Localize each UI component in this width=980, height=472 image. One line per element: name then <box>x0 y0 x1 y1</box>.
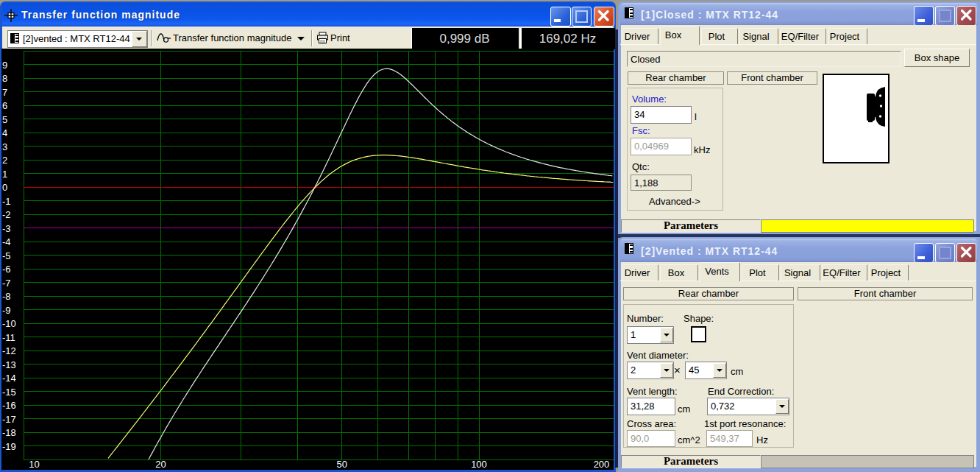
svg-text:8: 8 <box>2 73 7 84</box>
svg-text:6: 6 <box>2 100 7 111</box>
svg-text:-16: -16 <box>2 400 16 411</box>
svg-text:-1: -1 <box>2 196 11 207</box>
svg-text:-5: -5 <box>2 250 11 261</box>
svg-text:3: 3 <box>2 141 7 152</box>
svg-text:-13: -13 <box>2 359 16 370</box>
svg-text:-14: -14 <box>2 373 16 384</box>
svg-text:9: 9 <box>2 60 7 71</box>
svg-text:-9: -9 <box>2 305 11 316</box>
svg-text:-7: -7 <box>2 278 11 289</box>
svg-text:-10: -10 <box>2 318 16 329</box>
svg-text:-12: -12 <box>2 345 16 356</box>
svg-text:2: 2 <box>2 155 7 166</box>
svg-text:-17: -17 <box>2 414 16 425</box>
svg-text:4: 4 <box>2 127 7 138</box>
svg-text:10: 10 <box>29 459 39 470</box>
svg-text:1: 1 <box>2 169 7 180</box>
svg-text:200: 200 <box>594 459 610 470</box>
svg-text:0: 0 <box>2 182 7 193</box>
svg-text:100: 100 <box>471 459 487 470</box>
svg-text:-6: -6 <box>2 264 11 275</box>
svg-text:50: 50 <box>337 459 347 470</box>
svg-text:7: 7 <box>2 87 7 98</box>
svg-text:20: 20 <box>155 459 166 470</box>
svg-text:-2: -2 <box>2 209 11 220</box>
svg-text:-8: -8 <box>2 291 11 302</box>
svg-text:-4: -4 <box>2 236 11 247</box>
svg-text:-18: -18 <box>2 427 16 438</box>
svg-text:-15: -15 <box>2 387 16 398</box>
svg-text:-11: -11 <box>2 332 15 343</box>
svg-text:5: 5 <box>2 114 7 125</box>
svg-text:-19: -19 <box>2 441 16 452</box>
svg-text:-3: -3 <box>2 223 11 234</box>
